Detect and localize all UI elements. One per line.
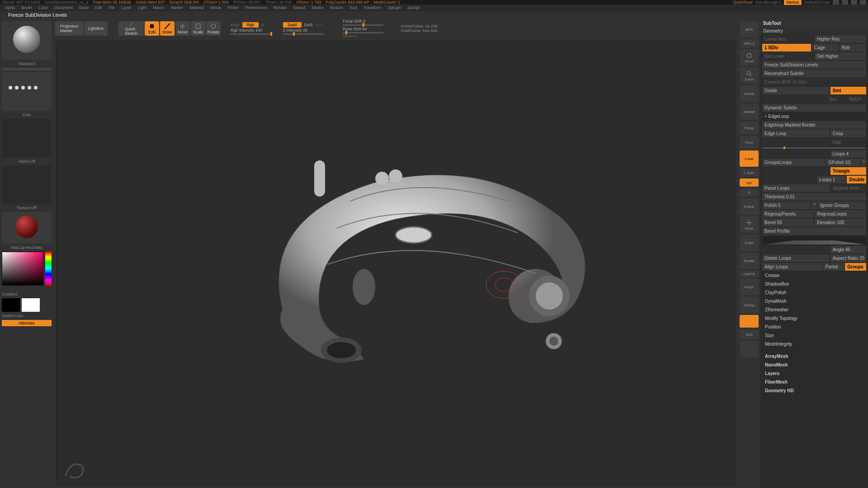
modify-topology-section[interactable]: Modify Topology	[760, 314, 868, 323]
m-button[interactable]: M	[261, 23, 264, 27]
zremesher-section[interactable]: ZRemesher	[760, 305, 868, 314]
rgb-intensity[interactable]: Rgb Intensity 100	[231, 28, 262, 33]
xyz-button[interactable]: xyz	[740, 178, 759, 187]
zsub[interactable]: Zsub	[304, 23, 313, 27]
polish5[interactable]: Polish 5	[762, 202, 811, 209]
menus-toggle[interactable]: Menus	[784, 0, 802, 5]
move-button[interactable]: Move	[175, 21, 190, 36]
cam-icon[interactable]: ⊙	[740, 188, 759, 197]
scroll-button[interactable]: Scroll	[740, 49, 759, 66]
secondary-color[interactable]	[2, 298, 20, 312]
texture-selector[interactable]	[2, 165, 52, 204]
sdiv-slider[interactable]: 1 SDiv	[762, 44, 811, 52]
menu-item[interactable]: Material	[189, 5, 204, 10]
nanomesh-header[interactable]: NanoMesh	[760, 361, 868, 369]
gpolish-toggle[interactable]: ○	[861, 159, 866, 166]
geometryhd-header[interactable]: Geometry HD	[760, 386, 868, 395]
claypolish-section[interactable]: ClayPolish	[760, 288, 868, 297]
meshintegrity-section[interactable]: MeshIntegrity	[760, 340, 868, 348]
align-loops[interactable]: Align Loops	[762, 263, 822, 271]
polish-toggle[interactable]: ○	[811, 202, 817, 209]
menu-item[interactable]: Stencil	[293, 5, 305, 10]
material-selector[interactable]	[2, 212, 52, 244]
persp-button[interactable]: Persp	[740, 122, 759, 134]
groups[interactable]: Groups	[845, 263, 866, 271]
solo-button[interactable]: Solo	[740, 329, 759, 339]
menu-item[interactable]: Zplugin	[388, 5, 401, 10]
alternate-button[interactable]: Alternate	[2, 320, 52, 326]
seethrough[interactable]: See-through 0	[755, 0, 781, 5]
menu-item[interactable]: Macro	[153, 5, 164, 10]
suv[interactable]: Suv	[827, 95, 846, 103]
menu-item[interactable]: Texture	[330, 5, 343, 10]
edgeloop-masked[interactable]: Edgeloop Masked Border	[762, 121, 866, 129]
position-section[interactable]: Position	[760, 323, 868, 331]
regroup-loops[interactable]: RegroupLoops	[815, 210, 866, 218]
brush-selector[interactable]	[2, 21, 52, 60]
quick-sketch[interactable]: Quick Sketch	[118, 21, 144, 36]
menu-item[interactable]: File	[108, 5, 115, 10]
rstr[interactable]: Rstr	[840, 44, 866, 52]
default-script[interactable]: DefaultZScript	[804, 0, 830, 5]
viewport[interactable]	[56, 40, 735, 485]
edgeloop-section[interactable]: EdgeLoop	[760, 112, 868, 121]
menu-item[interactable]: Draw	[79, 5, 89, 10]
color-picker[interactable]	[2, 252, 52, 290]
delete-loops[interactable]: Delete Loops	[762, 254, 830, 262]
menu-item[interactable]: Movie	[210, 5, 221, 10]
ignore-groups[interactable]: Ignore Groups	[818, 202, 866, 209]
scale-button[interactable]: Scale	[191, 21, 205, 36]
dynamic-subdiv[interactable]: Dynamic Subdiv	[762, 104, 866, 112]
quicksave[interactable]: QuickSave	[733, 0, 753, 5]
floor-button[interactable]: Floor	[740, 136, 759, 149]
minimize-icon[interactable]	[842, 0, 848, 5]
aahalf-button[interactable]: AAHalf	[740, 103, 759, 120]
gpolish[interactable]: GPolish 50	[826, 159, 860, 166]
geometry-header[interactable]: Geometry	[760, 27, 868, 35]
menu-item[interactable]: Edit	[95, 5, 102, 10]
crease-section[interactable]: Crease	[760, 271, 868, 280]
menu-item[interactable]: Color	[38, 5, 48, 10]
primary-color[interactable]	[22, 298, 40, 312]
linefill[interactable]: Line Fill	[740, 271, 759, 277]
convert-bpr[interactable]: Convert BPR To Geo	[762, 78, 866, 86]
close-icon[interactable]	[860, 0, 866, 5]
projection-master[interactable]: Projection Master	[55, 21, 83, 36]
freeze-subdiv[interactable]: Freeze SubDivision Levels	[762, 61, 866, 69]
higher-res[interactable]: Higher Res	[815, 35, 866, 43]
del-lower[interactable]: Del Lower	[762, 52, 814, 60]
panel-loops[interactable]: Panel Loops	[762, 184, 830, 192]
menu-item[interactable]: Alpha	[5, 5, 15, 10]
focal-shift[interactable]: Focal Shift 0	[343, 19, 365, 23]
rgb[interactable]: Rgb	[242, 22, 259, 28]
gradient-label[interactable]: Gradient	[2, 292, 52, 296]
frame-button[interactable]: Frame	[740, 198, 759, 215]
bevel-profile[interactable]: Bevel Profile	[762, 227, 866, 235]
alpha-selector[interactable]	[2, 119, 52, 157]
lower-res[interactable]: Lower Res	[762, 35, 814, 43]
draw-button[interactable]: Draw	[160, 21, 175, 36]
xpose-button[interactable]	[740, 341, 759, 357]
menu-item[interactable]: Light	[138, 5, 147, 10]
regroup-panels[interactable]: RegroupPanels	[762, 210, 814, 218]
menu-item[interactable]: Preferences	[245, 5, 267, 10]
groups-loops[interactable]: GroupsLoops	[762, 159, 825, 166]
reuv[interactable]: ReUV	[847, 95, 866, 103]
dynamesh-section[interactable]: DynaMesh	[760, 297, 868, 305]
actual-button[interactable]: Actual	[740, 85, 759, 102]
append-inner[interactable]: Append Inner	[830, 184, 866, 192]
menu-item[interactable]: Stroke	[311, 5, 323, 10]
edit-button[interactable]: Edit	[145, 21, 159, 36]
cage[interactable]: Cage	[812, 44, 839, 52]
menu-item[interactable]: Document	[54, 5, 73, 10]
reconstruct-subdiv[interactable]: Reconstruct Subdiv	[762, 70, 866, 77]
menu-item[interactable]: Layer	[121, 5, 132, 10]
layers-header[interactable]: Layers	[760, 369, 868, 378]
ghost-button[interactable]	[740, 315, 759, 328]
stroke-selector[interactable]	[2, 72, 52, 111]
insp[interactable]: Insp	[830, 138, 866, 146]
window-icon[interactable]	[833, 0, 839, 5]
partial[interactable]: Partial	[823, 263, 844, 271]
zoom-button[interactable]: Zoom	[740, 67, 759, 84]
angle[interactable]: Angle 45	[830, 246, 866, 253]
